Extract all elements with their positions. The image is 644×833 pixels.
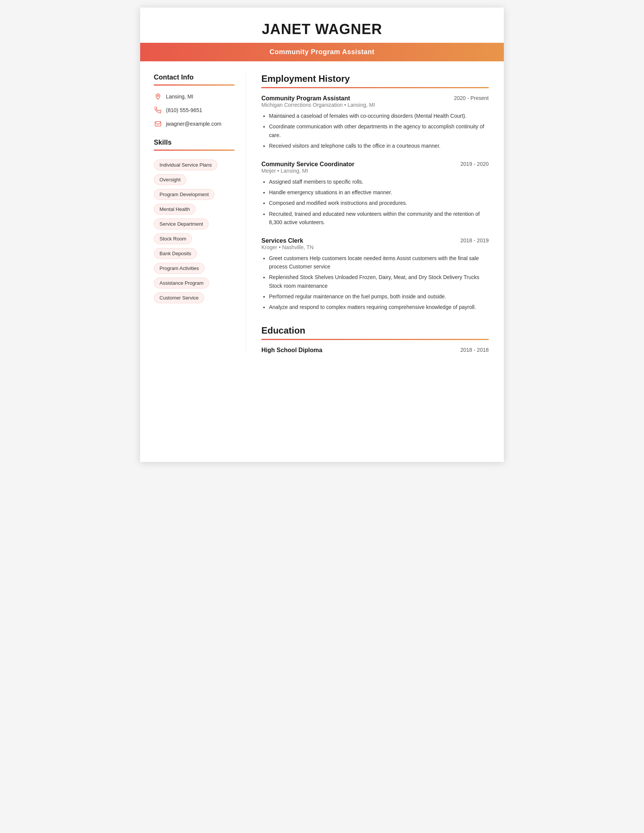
skill-tag: Service Department [154, 219, 209, 230]
phone-text: (810) 555-9651 [166, 107, 202, 113]
education-entry: High School Diploma2018 - 2018 [261, 347, 489, 354]
header-section: JANET WAGNER [140, 8, 504, 37]
bullet-item: Assigned staff members to specific rolls… [269, 178, 489, 186]
bullet-item: Greet customers Help customers locate ne… [269, 254, 489, 271]
title-banner: Community Program Assistant [140, 43, 504, 61]
svg-rect-1 [155, 122, 161, 126]
job-dates: 2018 - 2019 [460, 237, 489, 243]
education-section: Education High School Diploma2018 - 2018 [261, 325, 489, 354]
skills-divider [154, 150, 235, 151]
job-company: Meijer • Lansing, MI [261, 168, 489, 174]
contact-email: jwagner@example.com [154, 120, 235, 128]
bullet-item: Maintained a caseload of females with co… [269, 112, 489, 120]
bullet-item: Analyze and respond to complex matters r… [269, 303, 489, 311]
job-bullets: Assigned staff members to specific rolls… [261, 178, 489, 227]
email-text: jwagner@example.com [166, 121, 222, 127]
job-company: Kroger • Nashville, TN [261, 244, 489, 250]
location-icon [154, 92, 162, 101]
contact-section-title: Contact Info [154, 74, 235, 81]
employment-section-title: Employment History [261, 74, 489, 84]
job-header: Community Program Assistant2020 - Presen… [261, 95, 489, 102]
education-list: High School Diploma2018 - 2018 [261, 347, 489, 354]
body-section: Contact Info Lansing, MI [140, 61, 504, 366]
job-dates: 2020 - Present [454, 95, 489, 101]
job-header: Services Clerk2018 - 2019 [261, 237, 489, 244]
skills-tags: Individual Service PlansOversightProgram… [154, 158, 235, 305]
skill-tag: Mental Health [154, 204, 195, 215]
main-content: Employment History Community Program Ass… [246, 74, 504, 354]
location-text: Lansing, MI [166, 93, 193, 100]
education-section-title: Education [261, 325, 489, 336]
bullet-item: Replenished Stock Shelves Unloaded Froze… [269, 273, 489, 290]
phone-icon [154, 106, 162, 114]
job-dates: 2019 - 2020 [460, 161, 489, 167]
employment-section: Employment History Community Program Ass… [261, 74, 489, 312]
job-company: Michigan Corrections Organization • Lans… [261, 102, 489, 108]
skill-tag: Oversight [154, 174, 187, 185]
bullet-item: Composed and modified work instructions … [269, 199, 489, 207]
employment-divider [261, 87, 489, 88]
email-icon [154, 120, 162, 128]
contact-location: Lansing, MI [154, 92, 235, 101]
bullet-item: Handle emergency situations in an effect… [269, 188, 489, 196]
edu-title: High School Diploma [261, 347, 322, 354]
bullet-item: Coordinate communication with other depa… [269, 122, 489, 139]
sidebar: Contact Info Lansing, MI [140, 74, 246, 354]
skills-section-title: Skills [154, 138, 235, 146]
contact-phone: (810) 555-9651 [154, 106, 235, 114]
skill-tag: Stock Room [154, 233, 192, 244]
job-entry: Services Clerk2018 - 2019Kroger • Nashvi… [261, 237, 489, 312]
jobs-list: Community Program Assistant2020 - Presen… [261, 95, 489, 312]
job-title: Community Service Coordinator [261, 161, 354, 168]
skill-tag: Bank Deposits [154, 248, 197, 259]
job-bullets: Maintained a caseload of females with co… [261, 112, 489, 150]
job-bullets: Greet customers Help customers locate ne… [261, 254, 489, 312]
skill-tag: Individual Service Plans [154, 159, 217, 170]
job-title: Services Clerk [261, 237, 303, 244]
education-divider [261, 339, 489, 340]
candidate-title: Community Program Assistant [270, 48, 375, 56]
job-title: Community Program Assistant [261, 95, 350, 102]
skill-tag: Program Activities [154, 263, 204, 274]
skills-section: Skills Individual Service PlansOversight… [154, 138, 235, 305]
bullet-item: Recruited, trained and educated new volu… [269, 210, 489, 227]
skill-tag: Program Development [154, 189, 214, 200]
edu-dates: 2018 - 2018 [460, 347, 489, 354]
candidate-name: JANET WAGNER [155, 21, 489, 37]
contact-section: Contact Info Lansing, MI [154, 74, 235, 128]
resume-page: JANET WAGNER Community Program Assistant… [140, 8, 504, 462]
contact-divider [154, 84, 235, 85]
skill-tag: Customer Service [154, 292, 204, 303]
skill-tag: Assistance Program [154, 278, 209, 288]
bullet-item: Received visitors and telephone calls to… [269, 142, 489, 150]
job-entry: Community Service Coordinator2019 - 2020… [261, 161, 489, 227]
svg-point-0 [157, 95, 159, 96]
bullet-item: Performed regular maintenance on the fue… [269, 292, 489, 301]
job-entry: Community Program Assistant2020 - Presen… [261, 95, 489, 150]
job-header: Community Service Coordinator2019 - 2020 [261, 161, 489, 168]
